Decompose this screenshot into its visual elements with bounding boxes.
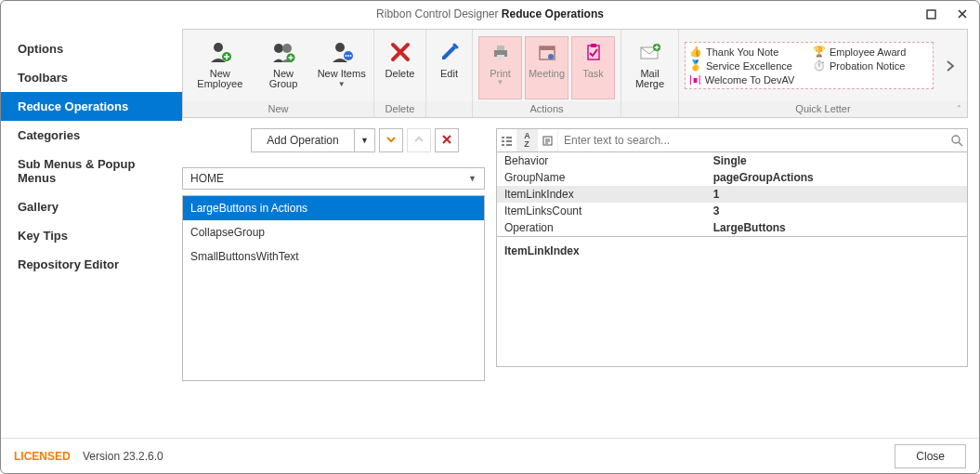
sidebar-item-options[interactable]: Options (1, 34, 182, 63)
property-grid[interactable]: BehaviorSingle GroupNamepageGroupActions… (496, 152, 968, 237)
ql-entry[interactable]: 🥇Service Excellence (689, 59, 805, 72)
sidebar-item-submenus[interactable]: Sub Menus & Popup Menus (1, 150, 182, 192)
ql-entry (813, 73, 929, 86)
svg-rect-15 (540, 46, 555, 50)
search-input[interactable] (558, 134, 947, 147)
svg-point-9 (347, 55, 349, 57)
ribbon-item-task[interactable]: Task (571, 36, 615, 99)
ribbon-item-new-items[interactable]: New Items ▼ (315, 36, 368, 99)
licensed-label: LICENSED (14, 450, 71, 463)
medal-icon: 🥇 (689, 59, 702, 72)
footer: LICENSED Version 23.2.6.0 Close (1, 438, 979, 473)
ribbon-item-new-group[interactable]: New Group (257, 36, 310, 99)
ribbon-item-mailmerge[interactable]: Mail Merge (627, 36, 673, 99)
add-operation-dropdown[interactable]: Add Operation ▼ (251, 128, 375, 152)
sidebar-item-reduce-operations[interactable]: Reduce Operations (1, 92, 182, 121)
svg-point-16 (548, 54, 554, 59)
sidebar-item-toolbars[interactable]: Toolbars (1, 63, 182, 92)
ribbon-item-print[interactable]: Print ▼ (478, 36, 522, 99)
sidebar: Options Toolbars Reduce Operations Categ… (1, 27, 182, 438)
list-item[interactable]: SmallButtonsWithText (183, 244, 484, 269)
svg-point-10 (349, 55, 351, 57)
remove-operation-button[interactable] (435, 128, 459, 152)
label: New Items (318, 69, 366, 79)
x-red-icon (441, 134, 452, 148)
person-chat-icon (329, 39, 355, 65)
svg-rect-17 (588, 46, 599, 59)
property-pages-icon[interactable] (538, 129, 558, 151)
close-button[interactable]: Close (895, 444, 966, 468)
window-close-icon[interactable] (953, 5, 972, 23)
list-item[interactable]: LargeButtons in Actions (183, 196, 484, 220)
label: Edit (440, 69, 458, 79)
ribbon-item-meeting[interactable]: Meeting (525, 36, 568, 99)
property-description: ItemLinkIndex (496, 237, 968, 367)
title-bold: Reduce Operations (502, 7, 604, 20)
chevron-down-icon: ▼ (360, 136, 369, 145)
ql-entry[interactable]: 🏆Employee Award (813, 46, 929, 58)
svg-point-6 (335, 43, 345, 52)
sidebar-item-keytips[interactable]: Key Tips (1, 221, 182, 250)
sidebar-item-gallery[interactable]: Gallery (1, 192, 182, 221)
svg-rect-12 (497, 46, 504, 50)
ribbon-item-edit[interactable]: Edit (432, 36, 466, 99)
svg-rect-13 (497, 55, 504, 59)
categorize-icon[interactable] (497, 129, 517, 151)
group-add-icon (270, 39, 296, 65)
search-icon[interactable] (947, 134, 967, 147)
sidebar-item-repository[interactable]: Repository Editor (1, 250, 182, 279)
operations-list[interactable]: LargeButtons in Actions CollapseGroup Sm… (182, 195, 485, 381)
mail-plus-icon (637, 39, 663, 65)
label: New Group (258, 69, 309, 89)
page-selector-value: HOME (190, 172, 224, 185)
ql-entry[interactable]: ⏱️Probation Notice (813, 59, 929, 72)
svg-point-1 (214, 43, 223, 52)
svg-point-8 (345, 55, 346, 57)
add-operation-button[interactable]: Add Operation (251, 128, 355, 152)
property-row[interactable]: OperationLargeButtons (497, 219, 967, 236)
svg-point-22 (952, 136, 960, 143)
property-row[interactable]: ItemLinkIndex1 (497, 186, 967, 203)
person-add-icon (207, 39, 233, 65)
svg-rect-18 (591, 44, 596, 47)
trophy-icon: 🏆 (813, 46, 826, 58)
titlebar: Ribbon Control Designer Reduce Operation… (1, 1, 979, 27)
title-light: Ribbon Control Designer (376, 7, 502, 20)
thumb-up-icon: 👍 (689, 46, 702, 58)
property-row[interactable]: BehaviorSingle (497, 152, 967, 169)
ribbon-item-delete[interactable]: Delete (380, 36, 420, 99)
chevron-down-icon: ▼ (497, 79, 504, 86)
move-up-button[interactable] (407, 128, 431, 152)
label: Print (490, 69, 511, 79)
clock-icon: ⏱️ (813, 59, 826, 72)
chevron-up-icon (413, 134, 425, 148)
window-maximize-icon[interactable] (921, 5, 940, 23)
ql-entry[interactable]: 👍Thank You Note (689, 46, 805, 58)
label: New Employee (189, 69, 251, 89)
bars-icon: |∎| (689, 73, 701, 86)
sidebar-item-categories[interactable]: Categories (1, 121, 182, 150)
quick-letter-gallery[interactable]: 👍Thank You Note 🏆Employee Award 🥇Service… (685, 42, 934, 89)
clipboard-check-icon (581, 39, 607, 65)
calendar-person-icon (534, 39, 560, 65)
pencil-icon (437, 39, 463, 65)
alphabetical-icon[interactable]: AZ (517, 129, 538, 151)
label: Mail Merge (628, 69, 672, 89)
gallery-next-button[interactable] (939, 59, 961, 72)
page-selector[interactable]: HOME ▼ (182, 167, 485, 190)
ql-entry[interactable]: |∎|Welcome To DevAV (689, 73, 805, 86)
ribbon-item-new-employee[interactable]: New Employee (189, 36, 252, 99)
property-grid-toolbar: AZ (496, 128, 968, 152)
chevron-down-icon: ▼ (468, 174, 477, 183)
list-item[interactable]: CollapseGroup (183, 220, 484, 244)
version-label: Version 23.2.6.0 (83, 450, 163, 463)
property-row[interactable]: ItemLinksCount3 (497, 203, 967, 219)
chevron-down-icon (385, 134, 397, 148)
property-row[interactable]: GroupNamepageGroupActions (497, 169, 967, 186)
add-operation-caret[interactable]: ▼ (355, 128, 375, 152)
move-down-button[interactable] (379, 128, 403, 152)
ribbon-collapse-caret[interactable]: ˆ (182, 105, 968, 115)
label: Task (582, 69, 604, 79)
label: Meeting (529, 69, 565, 79)
x-red-icon (387, 39, 413, 65)
